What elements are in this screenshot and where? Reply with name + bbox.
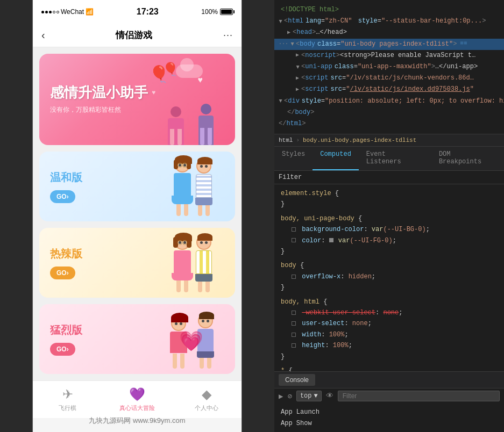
nav-bar: ‹ 情侣游戏 ···: [33, 24, 242, 47]
console-run-icon[interactable]: ▶: [279, 392, 283, 401]
heart-deco-1: ♥: [198, 75, 203, 85]
css-rule-star: * { margin: 0;: [274, 364, 504, 371]
tab-dom-label: DOM Breakpoints: [439, 150, 481, 165]
hot-boy-body: [196, 250, 212, 274]
checkbox-webkit[interactable]: [292, 311, 296, 315]
tab-styles[interactable]: Styles: [274, 147, 313, 170]
css-rule-body-unibody: body, uni-page-body { background-color: …: [274, 212, 504, 259]
log-text-launch: App Launch: [281, 408, 320, 416]
phone-frame: WeChat 📶 17:23 100% ‹ 情侣游戏 ··· 感情升温小助手: [32, 0, 242, 432]
source-line-uniapp: ▶ <uni-app class="uni-app--maxwidth" > ……: [274, 61, 504, 73]
tab-event-listeners[interactable]: Event Listeners: [359, 147, 431, 170]
breadcrumb-bar: html › body.uni-body.pages-index-tdlist: [274, 134, 504, 147]
phone-content: 感情升温小助手 没有你，万股精彩皆枉然: [33, 47, 242, 380]
css-close-body-html: }: [281, 351, 498, 362]
css-prop-overflow: overflow-x: hidden;: [281, 271, 498, 282]
mild-girl-head: [175, 157, 190, 172]
tab-computed[interactable]: Computed: [313, 147, 359, 170]
console-filter-input[interactable]: [338, 391, 500, 401]
breadcrumb-sep: ›: [296, 137, 300, 143]
css-close-body-uni: }: [281, 246, 498, 257]
checkbox-bgcolor[interactable]: [292, 227, 296, 232]
expand-arrow-div[interactable]: ▶: [276, 99, 285, 103]
css-rule-body-overflow: body { overflow-x: hidden; }: [274, 258, 504, 294]
css-rule-body-html: body, html { -webkit-user-select: none; …: [274, 295, 504, 364]
console-hide-icon[interactable]: 👁: [326, 392, 333, 400]
css-selector-body-uni: body, uni-page-body {: [281, 213, 498, 224]
expand-arrow-script1[interactable]: ▶: [296, 74, 299, 83]
source-line-head: ▶ <head> …</head>: [274, 27, 504, 38]
tab-bar: ✈ 飞行棋 💜 真心话大冒险 ◆ 个人中心: [33, 380, 242, 418]
css-prop-bgcolor: background-color: var(--UI-BG-0);: [281, 224, 498, 235]
card-intense-title: 猛烈版: [50, 323, 82, 337]
fly-icon: ✈: [62, 387, 73, 402]
go-mild-button[interactable]: GO›: [50, 190, 75, 203]
source-line-close-html: </html>: [274, 118, 504, 129]
hot-boy-legs: [198, 282, 210, 292]
css-prop-user-select: user-select: none;: [281, 318, 498, 329]
status-bar: WeChat 📶 17:23 100%: [33, 0, 242, 24]
banner-title: 感情升温小助手: [50, 84, 148, 101]
tab-dom-breakpoints[interactable]: DOM Breakpoints: [431, 147, 504, 170]
fly-label: 飞行棋: [59, 404, 76, 412]
checkbox-overflow[interactable]: [292, 275, 296, 279]
css-prop-webkit-user-select: -webkit-user-select: none;: [281, 307, 498, 318]
card-mild[interactable]: 温和版 GO›: [39, 152, 235, 221]
go-hot-button[interactable]: GO›: [50, 267, 75, 279]
css-prop-width: width: 100%;: [281, 329, 498, 340]
card-hot-left: 热辣版 GO›: [50, 247, 82, 279]
phone-panel: WeChat 📶 17:23 100% ‹ 情侣游戏 ··· 感情升温小助手: [0, 0, 274, 432]
style-tabs: Styles Computed Event Listeners DOM Brea…: [274, 147, 504, 171]
expand-arrow-html[interactable]: ▶: [276, 20, 285, 23]
card-intense[interactable]: 猛烈版 GO›: [39, 304, 235, 374]
card-hot[interactable]: 热辣版 GO›: [39, 228, 235, 298]
page-title: 情侣游戏: [116, 29, 152, 41]
checkbox-color[interactable]: [292, 238, 296, 242]
source-line-body[interactable]: ··· ▶ <body class="uni-body pages-index-…: [274, 39, 504, 50]
console-context-dropdown[interactable]: top ▼: [296, 391, 322, 401]
intense-couple: 💗: [162, 309, 222, 369]
css-prop-height: height: 100%;: [281, 340, 498, 351]
console-tab-button[interactable]: Console: [279, 374, 315, 386]
mild-girl: [172, 157, 193, 216]
big-heart: 💗: [179, 330, 203, 352]
battery-percent: 100%: [201, 8, 218, 16]
css-close-element: }: [281, 199, 498, 210]
breadcrumb-html[interactable]: html: [279, 137, 293, 143]
mild-boy-pants: [195, 198, 212, 205]
tab-truth[interactable]: 💜 真心话大冒险: [102, 381, 172, 418]
css-selector-star: * {: [281, 365, 498, 371]
card-hot-image: [160, 233, 224, 292]
hot-girl: [172, 235, 193, 292]
expand-arrow-body[interactable]: ▶: [288, 42, 296, 46]
signal-dot-4: [53, 11, 55, 13]
console-context-label: top: [300, 392, 312, 400]
signal-dot-1: [41, 11, 44, 13]
log-text-show: App Show: [281, 420, 312, 427]
expand-arrow-head[interactable]: ▶: [287, 28, 290, 37]
checkbox-user-select[interactable]: [292, 321, 296, 326]
doctype-text: <!DOCTYPE html>: [281, 5, 339, 15]
intense-girl-head: [171, 316, 186, 331]
tab-fly[interactable]: ✈ 飞行棋: [33, 381, 102, 418]
expand-arrow-uniapp[interactable]: ▶: [293, 66, 302, 69]
expand-arrow-noscript[interactable]: ▶: [296, 51, 299, 60]
tab-profile[interactable]: ◆ 个人中心: [172, 381, 242, 418]
mild-girl-body: [174, 173, 191, 196]
go-intense-button[interactable]: GO›: [50, 343, 75, 356]
css-rules-area: element.style { } body, uni-page-body { …: [274, 184, 504, 371]
console-block-icon[interactable]: ⊘: [287, 392, 292, 401]
expand-arrow-script2[interactable]: ▶: [296, 85, 299, 94]
signal-dot-2: [45, 11, 48, 13]
checkbox-height[interactable]: [292, 343, 296, 348]
more-button[interactable]: ···: [223, 30, 233, 41]
breadcrumb-body[interactable]: body.uni-body.pages-index-tdlist: [303, 137, 416, 143]
battery-fill: [221, 10, 232, 14]
tab-event-label: Event Listeners: [366, 150, 401, 165]
color-swatch: [329, 238, 333, 242]
checkbox-width[interactable]: [292, 333, 296, 337]
profile-label: 个人中心: [195, 404, 218, 412]
back-button[interactable]: ‹: [41, 29, 45, 41]
log-line-app-launch: App Launch: [281, 407, 498, 417]
html-source-area: <!DOCTYPE html> ▶ <html lang="zh-CN" sty…: [274, 0, 504, 134]
